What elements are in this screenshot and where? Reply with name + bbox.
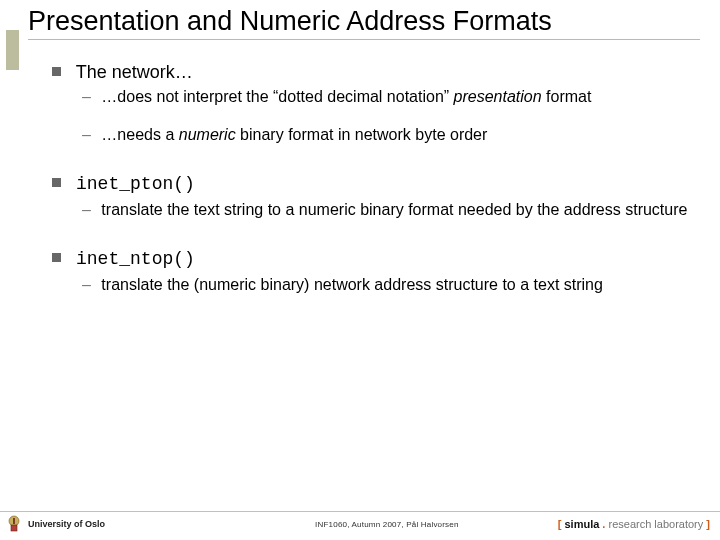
sub-text: …does not interpret the “dotted decimal … [101, 88, 453, 105]
square-bullet-icon [52, 178, 61, 187]
bullet-item: The network… – …does not interpret the “… [52, 62, 690, 145]
sub-item: – translate the text string to a numeric… [82, 200, 690, 220]
footer-right: [ simula . research laboratory ] [558, 518, 720, 530]
footer-center-text: INF1060, Autumn 2007, Pål Halvorsen [216, 520, 558, 529]
sub-item: – …needs a numeric binary format in netw… [82, 125, 690, 145]
svg-rect-1 [11, 525, 17, 531]
bullet-text: The network… [76, 62, 193, 82]
dash-icon: – [82, 276, 97, 293]
slide: Presentation and Numeric Address Formats… [0, 0, 720, 540]
sub-text: binary format in network byte order [240, 126, 487, 143]
bracket-close-icon: ] [703, 518, 710, 530]
sub-text: translate the (numeric binary) network a… [101, 276, 603, 293]
dash-icon: – [82, 126, 97, 143]
bullet-item: inet_pton() – translate the text string … [52, 173, 690, 220]
footer: University of Oslo INF1060, Autumn 2007,… [0, 511, 720, 536]
sub-text: …needs a [101, 126, 178, 143]
footer-left-text: University of Oslo [28, 519, 105, 529]
svg-rect-2 [13, 518, 15, 524]
dash-icon: – [82, 88, 97, 105]
dash-icon: – [82, 201, 97, 218]
sub-item: – …does not interpret the “dotted decima… [82, 87, 690, 107]
sub-emph: presentation [454, 88, 542, 105]
square-bullet-icon [52, 253, 61, 262]
simula-word: simula [564, 518, 599, 530]
sub-text: translate the text string to a numeric b… [101, 201, 687, 218]
sub-item: – translate the (numeric binary) network… [82, 275, 690, 295]
square-bullet-icon [52, 67, 61, 76]
simula-suffix: research laboratory [608, 518, 703, 530]
sub-emph: numeric [179, 126, 236, 143]
uio-crest-icon [6, 515, 22, 533]
footer-left: University of Oslo [0, 515, 216, 533]
bullet-text: inet_ntop() [76, 249, 195, 269]
sub-text: format [546, 88, 591, 105]
bullet-text: inet_pton() [76, 174, 195, 194]
body-content: The network… – …does not interpret the “… [0, 44, 720, 295]
title-area: Presentation and Numeric Address Formats [0, 0, 720, 44]
page-title: Presentation and Numeric Address Formats [28, 6, 700, 40]
bullet-item: inet_ntop() – translate the (numeric bin… [52, 248, 690, 295]
